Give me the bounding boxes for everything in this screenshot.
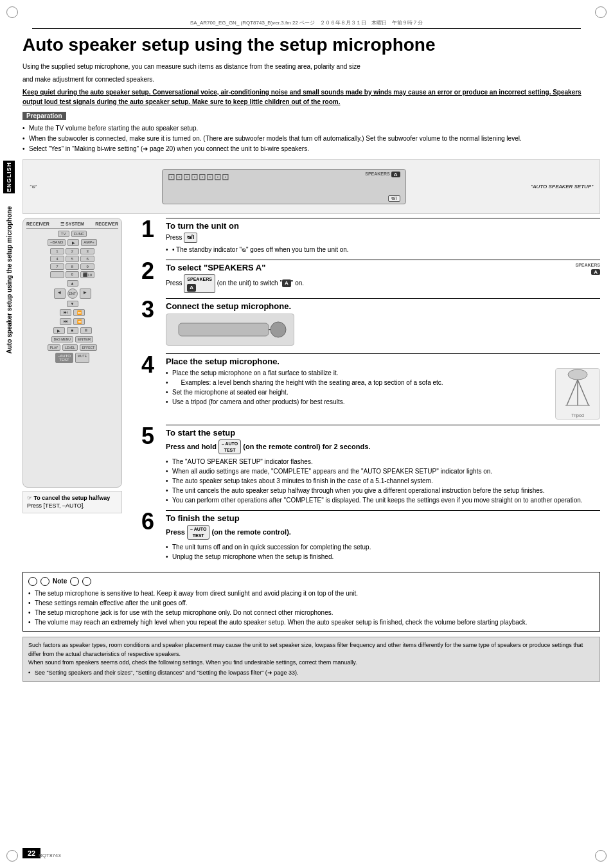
- step-3-number: 3: [141, 298, 161, 321]
- english-badge: ENGLISH: [3, 161, 15, 193]
- cancel-note: ☞ To cancel the setup halfway Press [TES…: [22, 491, 122, 513]
- step-5-title: To start the setup: [166, 428, 600, 438]
- bottom-text2: When sound from speakers seems odd, chec…: [28, 659, 357, 666]
- svg-line-7: [578, 380, 589, 405]
- step-5-body: Press and hold – AUTO TEST (on the remot…: [166, 439, 600, 505]
- phi-label: "ᴓ": [30, 184, 37, 190]
- tripod-label: Tripod: [560, 412, 596, 420]
- step-3: 3 Connect the setup microphone.: [141, 298, 600, 348]
- step-5-b2: When all audio settings are made, "COMPL…: [166, 466, 600, 476]
- preparation-bullets: Mute the TV volume before starting the a…: [22, 123, 600, 154]
- svg-line-5: [567, 380, 578, 405]
- speakers-badge-2: A: [591, 269, 600, 275]
- note-item-3: The setup microphone jack is for use wit…: [28, 608, 594, 617]
- step-1-content: To turn the unit on Press ᴓ/I • The stan…: [166, 218, 600, 254]
- note-item-1: The setup microphone is sensitive to hea…: [28, 589, 594, 598]
- page-number: 22: [22, 848, 40, 858]
- step-5-content: To start the setup Press and hold – AUTO…: [166, 425, 600, 505]
- note-item-4: The volume may reach an extremely high l…: [28, 617, 594, 627]
- intro-warning: Keep quiet during the auto speaker setup…: [22, 87, 600, 107]
- bottom-item-1: See "Setting speakers and their sizes", …: [28, 669, 594, 678]
- intro-line1: Using the supplied setup microphone, you…: [22, 62, 600, 71]
- step-6: 6 To finish the setup Press – AUTO TEST …: [141, 510, 600, 562]
- device-illustration: "ᴓ" ⊡⊡⊡⊡⊡⊡⊡⊡ ᴓ/I SPEAKERS A "AUTO SPEAKE…: [22, 159, 600, 214]
- step-4: 4 Place the setup microphone. Place the …: [141, 353, 600, 420]
- step-5: 5 To start the setup Press and hold – AU…: [141, 425, 600, 505]
- bottom-info-box: Such factors as speaker types, room cond…: [22, 637, 600, 682]
- step-1-number: 1: [141, 218, 161, 241]
- step-6-content: To finish the setup Press – AUTO TEST (o…: [166, 510, 600, 562]
- main-content: Auto speaker setup using the setup micro…: [22, 35, 600, 842]
- sidebar: ENGLISH Auto speaker setup using the set…: [0, 64, 18, 450]
- step-4-b3: Set the microphone at seated ear height.: [166, 387, 547, 397]
- step-6-body: Press – AUTO TEST (on the remote control…: [166, 525, 600, 562]
- prep-bullet-2: When the subwoofer is connected, make su…: [22, 134, 600, 144]
- cancel-body: Press [TEST, –AUTO].: [27, 502, 85, 509]
- intro-line2: and make adjustment for connected speake…: [22, 75, 600, 84]
- step-2-body: Press SPEAKERS A (on the unit) to switch…: [166, 274, 571, 293]
- corner-decoration-tr: [595, 6, 607, 18]
- step-1-title: To turn the unit on: [166, 221, 600, 231]
- step-2-number: 2: [141, 260, 161, 283]
- corner-decoration-tl: [6, 6, 18, 18]
- step-5-b1: The "AUTO SPEAKER SETUP" indicator flash…: [166, 457, 600, 466]
- left-column: RECEIVER ☰ SYSTEM RECEIVER TV FUNC –BAND…: [22, 218, 135, 567]
- step-5-b3: The auto speaker setup takes about 3 min…: [166, 476, 600, 486]
- step-6-btn: – AUTO TEST: [187, 525, 209, 540]
- device-body: ⊡⊡⊡⊡⊡⊡⊡⊡ ᴓ/I SPEAKERS A: [162, 169, 406, 204]
- prep-bullet-3: Select "Yes" in "Making bi-wire setting"…: [22, 144, 600, 154]
- step-2-content: To select "SPEAKERS A" Press SPEAKERS A …: [166, 260, 600, 293]
- note-circle-3: [70, 577, 79, 586]
- two-column-layout: RECEIVER ☰ SYSTEM RECEIVER TV FUNC –BAND…: [22, 218, 600, 567]
- step-4-title: Place the setup microphone.: [166, 357, 600, 366]
- step-5-b5: You can perform other operations after "…: [166, 495, 600, 505]
- svg-point-1: [271, 322, 286, 337]
- step-3-content: Connect the setup microphone.: [166, 298, 600, 348]
- note-box: Note The setup microphone is sensitive t…: [22, 572, 600, 632]
- step-6-title: To finish the setup: [166, 513, 600, 523]
- note-circle-1: [28, 577, 37, 586]
- step-3-title: Connect the setup microphone.: [166, 301, 600, 311]
- mic-illustration: [166, 314, 294, 346]
- corner-decoration-br: [595, 850, 607, 862]
- prep-bullet-1: Mute the TV volume before starting the a…: [22, 123, 600, 134]
- step-4-body: Place the setup microphone on a flat sur…: [166, 368, 600, 420]
- step-5-b4: The unit cancels the auto speaker setup …: [166, 486, 600, 495]
- cancel-icon: ☞: [27, 495, 32, 501]
- step-2-title: To select "SPEAKERS A": [166, 263, 571, 272]
- step-2: 2 To select "SPEAKERS A" Press SPEAKERS …: [141, 260, 600, 293]
- page-title: Auto speaker setup using the setup micro…: [22, 35, 600, 55]
- step-4-b1: Place the setup microphone on a flat sur…: [166, 368, 547, 378]
- right-column: 1 To turn the unit on Press ᴓ/I • The st…: [141, 218, 600, 567]
- corner-decoration-bl: [6, 850, 18, 862]
- step-5-number: 5: [141, 425, 161, 448]
- step-1-bullet: • The standby indicator "ᴓ" goes off whe…: [166, 245, 600, 254]
- svg-point-3: [568, 369, 587, 380]
- note-items: The setup microphone is sensitive to hea…: [28, 589, 594, 627]
- step-2-btn: SPEAKERS A: [184, 274, 215, 293]
- step-4-b2: Examples: a level bench sharing the heig…: [166, 378, 547, 387]
- cancel-title: To cancel the setup halfway: [34, 495, 111, 501]
- auto-speaker-label: "AUTO SPEAKER SETUP": [531, 184, 593, 190]
- step-6-b2: Unplug the setup microphone when the set…: [166, 552, 600, 562]
- tripod-illustration: Tripod: [555, 368, 600, 420]
- svg-rect-0: [179, 323, 269, 336]
- note-label: Note: [53, 576, 67, 586]
- speakers-label-2: SPEAKERS: [575, 263, 600, 267]
- sidebar-vertical-title: Auto speaker setup using the setup micro…: [6, 206, 13, 353]
- step-5-btn: – AUTO TEST: [218, 439, 241, 454]
- note-circle-4: [82, 577, 91, 586]
- step-2-badge: A: [282, 279, 291, 287]
- remote-illustration: RECEIVER ☰ SYSTEM RECEIVER TV FUNC –BAND…: [22, 218, 122, 488]
- step-4-number: 4: [141, 353, 161, 376]
- step-6-b1: The unit turns off and on in quick succe…: [166, 542, 600, 552]
- step-4-content: Place the setup microphone. Place the se…: [166, 353, 600, 420]
- step-6-number: 6: [141, 510, 161, 533]
- remote-header: RECEIVER ☰ SYSTEM RECEIVER: [26, 222, 118, 229]
- rqt-number: RQT8743: [39, 853, 61, 858]
- step-1-body: Press ᴓ/I • The standby indicator "ᴓ" go…: [166, 233, 600, 254]
- note-circle-2: [40, 577, 49, 586]
- note-item-2: These settings remain effective after th…: [28, 598, 594, 608]
- step-1: 1 To turn the unit on Press ᴓ/I • The st…: [141, 218, 600, 254]
- bottom-text1: Such factors as speaker types, room cond…: [28, 642, 583, 657]
